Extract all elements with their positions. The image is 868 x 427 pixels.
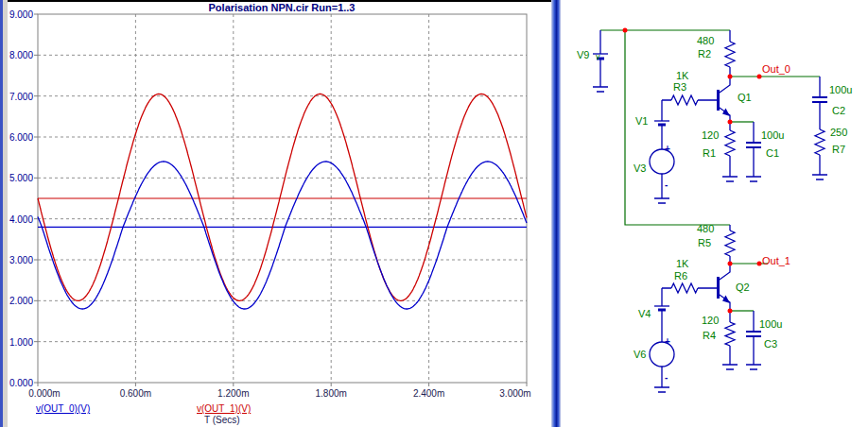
net-label-out1[interactable]: Out_1 <box>762 255 790 266</box>
c2-name[interactable]: C2 <box>832 105 845 116</box>
c1-name[interactable]: C1 <box>766 147 779 159</box>
y-axis-labels: 9.0008.0007.0006.0005.0004.0003.0002.000… <box>9 9 33 388</box>
resistor-r5[interactable] <box>725 225 735 264</box>
v9-label[interactable]: V9 <box>577 49 589 60</box>
window-left-margin <box>3 0 8 427</box>
node-dot <box>623 28 628 33</box>
battery-v1[interactable] <box>654 100 669 149</box>
ground-c1 <box>746 177 761 181</box>
resistor-r4[interactable] <box>722 311 738 369</box>
v3-label[interactable]: V3 <box>634 162 646 174</box>
node-dot <box>728 120 733 125</box>
v6-label[interactable]: V6 <box>634 349 646 360</box>
c1-value[interactable]: 100u <box>761 129 784 141</box>
axis-ticks <box>34 14 527 386</box>
v6-plus-sign: + <box>665 336 670 347</box>
resistor-r6[interactable] <box>662 283 718 293</box>
ground-v3 <box>654 198 669 203</box>
y-tick-label: 4.000 <box>9 214 33 225</box>
r6-name[interactable]: R6 <box>674 270 687 282</box>
ground-r1 <box>722 177 738 181</box>
r1-value[interactable]: 120 <box>702 129 719 141</box>
y-tick-label: 0.000 <box>9 378 33 388</box>
resistor-r7[interactable] <box>812 129 827 179</box>
x-axis-title: T (Secs) <box>204 415 240 425</box>
c3-value[interactable]: 100u <box>759 318 782 330</box>
node-dot <box>757 262 762 266</box>
ground-r4 <box>722 365 738 369</box>
q2-emitter-arrow <box>722 296 730 304</box>
v9-suffix: v <box>596 52 600 61</box>
r6-value[interactable]: 1K <box>676 258 689 269</box>
y-tick-label: 3.000 <box>9 255 33 265</box>
legend-out1: v(OUT_1)(V) <box>197 403 251 414</box>
r7-name[interactable]: R7 <box>832 144 845 155</box>
r5-value[interactable]: 480 <box>697 223 714 234</box>
v4-label[interactable]: V4 <box>638 308 651 319</box>
x-axis-labels: 0.000m0.600m1.200m1.800m2.400m3.000m <box>28 388 530 399</box>
y-tick-label: 1.000 <box>9 337 33 348</box>
waveform-plot-panel: Polarisation NPN.cir Run=1..3 9.0008.000… <box>0 0 551 427</box>
y-tick-label: 5.000 <box>9 173 33 183</box>
r4-value[interactable]: 120 <box>702 315 719 326</box>
r5-name[interactable]: R5 <box>698 237 711 248</box>
transistor-q2[interactable] <box>719 264 731 311</box>
v6-minus-sign: - <box>665 372 668 383</box>
capacitor-c2[interactable] <box>812 77 827 129</box>
y-tick-label: 9.000 <box>9 9 33 20</box>
r2-value[interactable]: 480 <box>697 35 714 46</box>
microcap-window: { "chart": { "title": "Polarisation NPN.… <box>0 0 868 427</box>
x-tick-label: 3.000m <box>499 388 530 399</box>
node-dot <box>728 262 733 266</box>
v3-plus-sign: + <box>665 144 670 154</box>
signal-curve[interactable] <box>38 162 527 309</box>
q1-label[interactable]: Q1 <box>738 92 752 103</box>
c3-name[interactable]: C3 <box>764 338 777 350</box>
node-dot <box>728 309 733 314</box>
panel-splitter[interactable] <box>551 0 561 427</box>
x-tick-label: 1.200m <box>217 388 249 399</box>
r4-name[interactable]: R4 <box>703 330 716 341</box>
ground-v9 <box>593 87 608 92</box>
sine-source-v6[interactable] <box>650 342 674 392</box>
v3-minus-sign: - <box>665 179 668 190</box>
node-dot <box>728 75 733 79</box>
ground-v6 <box>654 387 669 392</box>
resistor-r1[interactable] <box>722 122 738 181</box>
x-tick-label: 0.600m <box>120 388 151 399</box>
y-tick-label: 6.000 <box>9 132 33 143</box>
q2-label[interactable]: Q2 <box>736 282 750 293</box>
capacitor-c1[interactable] <box>746 122 761 181</box>
node-dot <box>757 75 762 79</box>
resistor-r3[interactable] <box>662 95 718 105</box>
legend-out0: v(OUT_0)(V) <box>36 403 90 414</box>
ground-c3 <box>746 365 761 369</box>
x-tick-label: 0.000m <box>28 388 60 399</box>
r2-name[interactable]: R2 <box>698 48 711 60</box>
r1-name[interactable]: R1 <box>703 147 716 159</box>
r7-value[interactable]: 250 <box>830 127 847 138</box>
r3-name[interactable]: R3 <box>673 81 686 93</box>
x-tick-label: 2.400m <box>413 388 444 399</box>
transistor-q1[interactable] <box>719 77 731 122</box>
x-tick-label: 1.800m <box>316 388 347 399</box>
ground-r7 <box>812 175 827 179</box>
plot-title: Polarisation NPN.cir Run=1..3 <box>209 2 356 13</box>
y-tick-label: 8.000 <box>9 50 33 60</box>
net-label-out0[interactable]: Out_0 <box>762 63 790 75</box>
sine-source-v3[interactable] <box>650 149 674 203</box>
y-tick-label: 2.000 <box>9 296 33 306</box>
y-tick-label: 7.000 <box>9 92 33 102</box>
resistor-r2[interactable] <box>725 30 735 77</box>
wire-vcc-feed[interactable] <box>625 30 730 225</box>
r3-value[interactable]: 1K <box>676 70 689 81</box>
c2-value[interactable]: 100u <box>829 84 852 95</box>
q1-emitter-arrow <box>722 109 730 117</box>
signal-curves[interactable] <box>38 94 527 310</box>
battery-v4[interactable] <box>654 288 669 342</box>
signal-curve[interactable] <box>38 94 527 301</box>
schematic-panel: V9 v 480 R2 Q1 1K R3 V1 + - V3 120 <box>561 0 868 427</box>
v1-label[interactable]: V1 <box>635 115 648 127</box>
